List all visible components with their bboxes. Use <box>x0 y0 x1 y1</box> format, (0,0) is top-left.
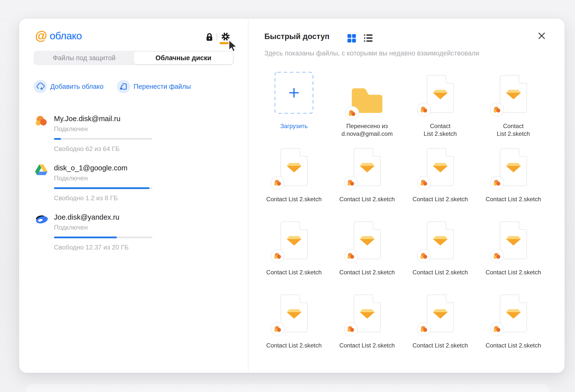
header-separator <box>217 33 217 41</box>
storage-progress-fill <box>54 237 117 238</box>
tile-label-line: Contact List 2.sketch <box>266 342 322 349</box>
file-tile[interactable]: ContactList 2.sketch <box>477 71 550 145</box>
background-card-edge <box>26 384 549 392</box>
list-view-button[interactable] <box>363 33 373 43</box>
storage-progress-track <box>54 187 152 189</box>
cloud-plus-icon <box>34 80 47 93</box>
account-row-mailru[interactable]: My.Joe.disk@mail.ru Подключен Свободно 6… <box>35 115 152 153</box>
grid-view-icon <box>347 34 356 43</box>
file-tile[interactable]: Contact List 2.sketch <box>331 291 404 364</box>
tile-label-line: List 2.sketch <box>497 130 530 138</box>
grid-view-button[interactable] <box>347 34 357 44</box>
mailru-cloud-badge-icon <box>417 176 431 190</box>
mailru-cloud-badge-icon <box>344 322 358 336</box>
file-tile[interactable]: Contact List 2.sketch <box>477 291 550 364</box>
tile-label: Contact List 2.sketch <box>413 268 468 276</box>
file-tile[interactable]: Contact List 2.sketch <box>257 145 331 218</box>
file-tile[interactable]: Contact List 2.sketch <box>477 218 550 291</box>
mailru-cloud-badge-icon <box>344 176 358 190</box>
close-icon <box>537 31 546 41</box>
tile-label: Contact List 2.sketch <box>339 268 395 276</box>
left-panel-tabs: Файлы под защитой Облачные диски <box>34 51 234 65</box>
account-free-space: Свободно 12.37 из 20 ГБ <box>54 244 152 251</box>
tile-label-line: List 2.sketch <box>424 130 457 138</box>
quick-access-grid: Загрузить Перенесено изd.nova@gmail.com <box>257 71 550 364</box>
file-tile[interactable]: Contact List 2.sketch <box>477 145 550 218</box>
mailru-cloud-badge-icon <box>417 103 431 117</box>
quick-access-title: Быстрый доступ <box>264 32 330 41</box>
mailru-cloud-badge-icon <box>417 322 431 336</box>
quick-access-subtitle: Здесь показаны файлы, с которыми вы неда… <box>264 49 479 57</box>
storage-progress-fill <box>54 187 149 189</box>
tile-label-line: Загрузить <box>280 122 308 130</box>
tile-label-line: d.nova@gmail.com <box>341 130 393 138</box>
file-tile[interactable]: Contact List 2.sketch <box>257 291 331 364</box>
mailru-cloud-badge-icon <box>271 322 285 336</box>
mailru-cloud-badge-icon <box>490 322 504 336</box>
upload-dropzone[interactable] <box>275 72 313 114</box>
mailru-cloud-badge-icon <box>345 106 359 120</box>
storage-progress-fill <box>54 138 61 140</box>
app-window: @ облако Файлы под защитой Облачные диск… <box>19 19 565 373</box>
account-status: Подключен <box>54 224 152 231</box>
google-drive-icon <box>35 164 49 202</box>
account-status: Подключен <box>54 125 152 133</box>
tab-cloud-disks[interactable]: Облачные диски <box>134 52 233 64</box>
tile-label-line: Contact List 2.sketch <box>486 195 541 203</box>
storage-progress-track <box>54 138 152 140</box>
tile-label-line: Contact List 2.sketch <box>266 268 322 276</box>
file-tile[interactable]: Contact List 2.sketch <box>331 218 404 291</box>
file-tile[interactable]: Contact List 2.sketch <box>404 291 477 364</box>
tile-label-line: Contact List 2.sketch <box>266 195 322 203</box>
mailru-at-icon: @ <box>35 30 47 42</box>
mailru-cloud-badge-icon <box>490 103 504 117</box>
account-row-yandex[interactable]: Joe.disk@yandex.ru Подключен Свободно 12… <box>35 213 152 251</box>
tile-label: Contact List 2.sketch <box>266 268 322 276</box>
tile-label-line: Contact List 2.sketch <box>413 195 468 203</box>
add-cloud-button[interactable]: Добавить облако <box>34 80 103 93</box>
mailru-cloud-icon <box>35 115 49 153</box>
mailru-cloud-badge-icon <box>344 249 358 263</box>
list-view-icon <box>363 33 373 43</box>
tile-label: Contact List 2.sketch <box>339 195 395 203</box>
transfer-files-icon <box>117 80 130 93</box>
mailru-cloud-badge-icon <box>490 176 504 190</box>
tile-label-line: Contact List 2.sketch <box>413 268 468 276</box>
lock-button[interactable] <box>205 33 214 42</box>
upload-tile[interactable]: Загрузить <box>257 71 331 145</box>
tile-label: Contact List 2.sketch <box>486 195 541 203</box>
file-tile[interactable]: ContactList 2.sketch <box>404 71 477 145</box>
tile-label-line: Перенесено из <box>341 122 393 130</box>
tile-label: Contact List 2.sketch <box>486 342 541 349</box>
account-name: My.Joe.disk@mail.ru <box>54 115 152 123</box>
tile-label: Contact List 2.sketch <box>266 195 322 203</box>
lock-icon <box>205 33 214 42</box>
folder-tile[interactable]: Перенесено изd.nova@gmail.com <box>331 71 404 145</box>
storage-progress-track <box>54 237 152 238</box>
tile-label: Contact List 2.sketch <box>413 195 468 203</box>
tile-label: ContactList 2.sketch <box>424 122 457 138</box>
file-tile[interactable]: Contact List 2.sketch <box>404 145 477 218</box>
tile-label: Загрузить <box>280 122 308 130</box>
tile-label-line: Contact <box>424 122 457 130</box>
account-name: disk_o_1@google.com <box>54 164 152 172</box>
mailru-cloud-badge-icon <box>271 176 285 190</box>
tab-protected-files[interactable]: Файлы под защитой <box>35 52 134 64</box>
tile-label: Contact List 2.sketch <box>486 268 541 276</box>
tile-label-line: Contact List 2.sketch <box>486 268 541 276</box>
panel-divider <box>248 19 248 373</box>
file-tile[interactable]: Contact List 2.sketch <box>331 145 404 218</box>
transfer-files-button[interactable]: Перенести файлы <box>117 80 191 93</box>
tile-label-line: Contact List 2.sketch <box>486 342 541 349</box>
account-free-space: Свободно 62 из 64 ГБ <box>54 145 152 153</box>
file-tile[interactable]: Contact List 2.sketch <box>257 218 331 291</box>
left-panel-actions: Добавить облако Перенести файлы <box>34 80 191 93</box>
brand-label: облако <box>50 30 82 42</box>
close-button[interactable] <box>537 31 546 41</box>
tile-label: Перенесено изd.nova@gmail.com <box>341 122 393 138</box>
mailru-cloud-badge-icon <box>271 249 285 263</box>
tile-label-line: Contact List 2.sketch <box>339 195 395 203</box>
account-name: Joe.disk@yandex.ru <box>54 213 152 221</box>
account-row-google[interactable]: disk_o_1@google.com Подключен Свободно 1… <box>35 164 152 202</box>
file-tile[interactable]: Contact List 2.sketch <box>404 218 477 291</box>
